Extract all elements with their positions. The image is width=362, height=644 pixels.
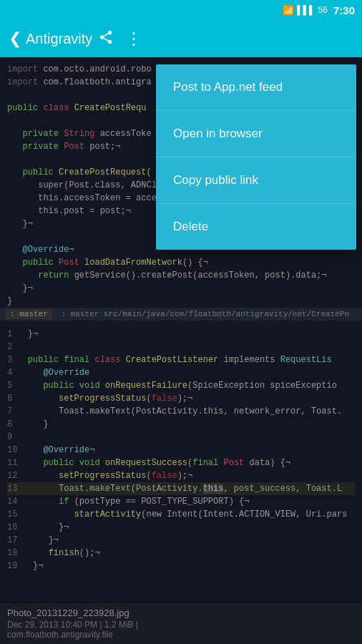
- overflow-menu-button[interactable]: ⋮: [125, 29, 142, 49]
- menu-item-copy-link[interactable]: Copy public link: [156, 157, 356, 204]
- battery-label: 56: [318, 5, 328, 15]
- signal-icon: ▌▌▌: [297, 5, 315, 15]
- wifi-icon: 📶: [283, 5, 294, 16]
- time-display: 7:30: [333, 4, 355, 16]
- app-bar-title: Antigravity: [26, 31, 92, 47]
- app-bar-actions: ⋮: [98, 29, 142, 49]
- status-icons: 📶 ▌▌▌ 56 7:30: [283, 4, 355, 16]
- menu-item-delete[interactable]: Delete: [156, 204, 356, 250]
- menu-item-post-appnet[interactable]: Post to App.net feed: [156, 64, 356, 111]
- back-button[interactable]: ❮ Antigravity: [9, 29, 92, 48]
- share-button[interactable]: [98, 29, 114, 49]
- menu-item-open-browser[interactable]: Open in browser: [156, 111, 356, 157]
- back-chevron-icon: ❮: [9, 29, 21, 48]
- status-bar: 📶 ▌▌▌ 56 7:30: [0, 0, 362, 20]
- context-menu: Post to App.net feed Open in browser Cop…: [156, 64, 356, 250]
- app-bar: ❮ Antigravity ⋮: [0, 20, 362, 57]
